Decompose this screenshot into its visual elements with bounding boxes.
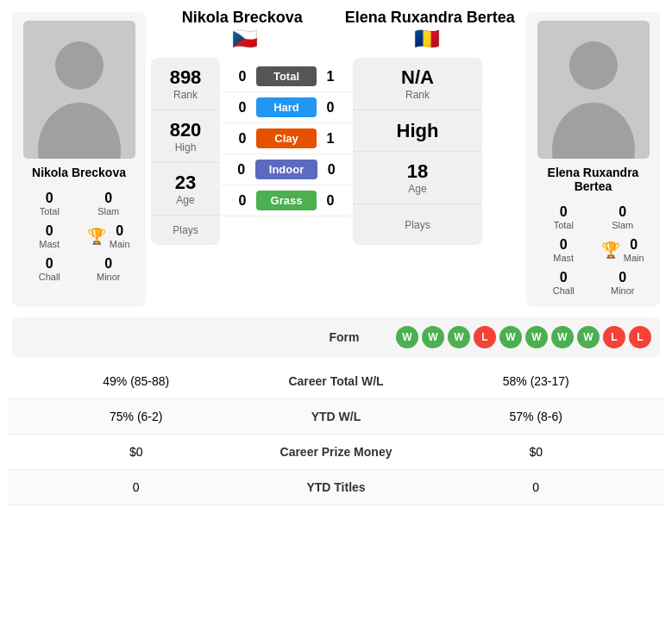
stats-row-1: 75% (6-2) YTD W/L 57% (8-6) [9,399,663,435]
stats-right-2: $0 [423,445,650,459]
form-dot-l: L [603,326,625,348]
left-age-block: 23 Age [151,163,220,216]
right-rank-box: N/A Rank High 18 Age Plays [353,58,482,245]
left-player-stats: 0 Total 0 Slam 0 Mast 🏆 0 Main [21,188,137,285]
form-dot-w: W [551,326,574,348]
right-chall-stat: 0 Chall [535,267,593,298]
left-player-card: Nikola Breckova 0 Total 0 Slam 0 Mast 🏆 [12,12,146,307]
total-button[interactable]: Total [256,66,317,86]
left-chall-stat: 0 Chall [21,254,79,285]
clay-right-score: 1 [322,131,339,147]
right-high-block: High [353,110,482,152]
left-minor-stat: 0 Minor [80,254,138,285]
right-name-header: Elena Ruxandra Bertea [341,9,520,27]
left-name-header: Nikola Breckova [153,9,332,27]
left-flag: 🇨🇿 [158,27,332,51]
form-dot-w: W [396,326,418,348]
form-dot-l: L [629,326,651,348]
flags-row: 🇨🇿 🇷🇴 [149,27,523,51]
right-age-block: 18 Age [353,152,482,204]
main-container: Nikola Breckova 0 Total 0 Slam 0 Mast 🏆 [0,0,672,514]
left-rank-block: 898 Rank [151,58,220,110]
right-flag: 🇷🇴 [341,27,515,51]
indoor-left-score: 0 [233,162,250,178]
right-trophy-main: 🏆 0 Main [594,235,652,266]
stats-label-1: YTD W/L [250,410,423,423]
right-rank-block: N/A Rank [353,58,482,110]
top-area: Nikola Breckova 0 Total 0 Slam 0 Mast 🏆 [9,9,663,310]
stats-left-2: $0 [22,445,250,459]
left-rank-box: 898 Rank 820 High 23 Age Plays [151,58,220,245]
form-section: Form WWWLWWWWLL [12,317,660,357]
left-mast-stat: 0 Mast [21,221,79,252]
right-slam-stat: 0 Slam [594,202,652,233]
stats-row-0: 49% (85-88) Career Total W/L 58% (23-17) [9,364,663,399]
stats-right-0: 58% (23-17) [423,374,650,388]
total-match-row: 0 Total 1 [222,61,351,92]
hard-right-score: 0 [322,100,339,116]
match-area: 898 Rank 820 High 23 Age Plays [149,58,523,245]
form-dot-w: W [577,326,600,348]
stats-row-3: 0 YTD Titles 0 [9,470,663,505]
form-dot-w: W [525,326,548,348]
form-dot-l: L [474,326,496,348]
hard-left-score: 0 [234,100,251,116]
indoor-match-row: 0 Indoor 0 [222,154,351,185]
hard-match-row: 0 Hard 0 [222,92,351,123]
stats-left-0: 49% (85-88) [22,374,250,388]
stats-row-2: $0 Career Prize Money $0 [9,435,663,470]
right-player-avatar [537,21,650,159]
left-trophy-main: 🏆 0 Main [80,221,138,252]
stats-label-0: Career Total W/L [250,374,423,388]
grass-left-score: 0 [234,193,251,209]
total-left-score: 0 [234,69,251,85]
left-player-name: Nikola Breckova [32,166,126,179]
clay-button[interactable]: Clay [256,128,317,148]
form-dot-w: W [499,326,522,348]
svg-point-4 [569,41,618,90]
left-player-avatar [23,21,135,159]
left-plays-block: Plays [151,216,220,245]
left-trophy-icon: 🏆 [87,227,106,246]
right-player-card: Elena Ruxandra Bertea 0 Total 0 Slam 0 M… [526,12,660,307]
left-slam-stat: 0 Slam [80,188,138,219]
form-dots-right: WWWLWWWWLL [396,326,651,348]
right-mast-stat: 0 Mast [535,235,593,266]
grass-button[interactable]: Grass [256,191,317,210]
grass-right-score: 0 [322,193,339,209]
stats-left-3: 0 [22,480,250,494]
stats-right-1: 57% (8-6) [423,410,650,423]
match-buttons-column: 0 Total 1 0 Hard 0 0 Clay 1 [222,58,351,245]
svg-point-1 [55,41,104,90]
clay-left-score: 0 [234,131,251,147]
right-plays-block: Plays [353,204,482,245]
left-total-stat: 0 Total [21,188,79,219]
right-trophy-icon: 🏆 [601,241,620,260]
right-player-name: Elena Ruxandra Bertea [535,166,651,193]
form-dot-w: W [448,326,470,348]
total-right-score: 1 [322,69,339,85]
hard-button[interactable]: Hard [256,97,317,117]
right-minor-stat: 0 Minor [594,267,652,298]
names-header-row: Nikola Breckova Elena Ruxandra Bertea [149,9,523,27]
right-total-stat: 0 Total [535,202,593,233]
grass-match-row: 0 Grass 0 [222,185,351,216]
stats-rows: 49% (85-88) Career Total W/L 58% (23-17)… [9,364,663,505]
indoor-button[interactable]: Indoor [255,160,317,179]
stats-label-3: YTD Titles [250,480,423,494]
form-label: Form [292,330,396,344]
right-player-stats: 0 Total 0 Slam 0 Mast 🏆 0 Main [535,202,651,298]
indoor-right-score: 0 [323,162,340,178]
stats-left-1: 75% (6-2) [22,410,250,423]
stats-right-3: 0 [423,480,650,494]
stats-label-2: Career Prize Money [250,445,423,459]
left-high-block: 820 High [151,110,220,163]
clay-match-row: 0 Clay 1 [222,123,351,154]
center-area: Nikola Breckova Elena Ruxandra Bertea 🇨🇿… [149,9,523,310]
form-dot-w: W [422,326,444,348]
